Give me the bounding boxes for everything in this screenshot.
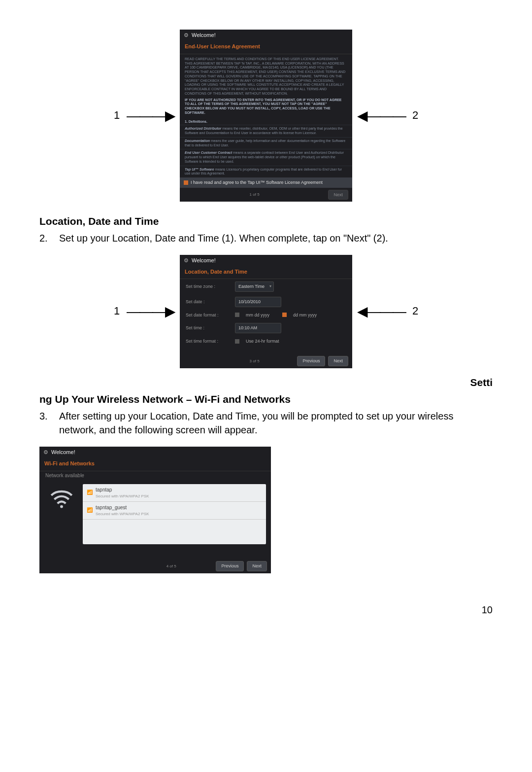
eula-def1: Authorized Distributor means the reselle… (180, 125, 352, 137)
datetime-screen: ⚙ Welcome! Location, Date and Time Set t… (180, 255, 352, 368)
step-3-number: 3. (39, 409, 50, 437)
wifi-item-2-sec: Secured with WPA/WPA2 PSK (96, 511, 149, 517)
row-datefmt: Set date format : mm dd yyyy dd mm yyyy (180, 310, 352, 321)
svg-point-0 (60, 505, 63, 508)
arrow-right-icon: ———▶ (127, 302, 175, 321)
wifi-headline: Wi-Fi and Networks (39, 458, 271, 471)
eula-footer: 1 of 5 Next (180, 188, 352, 202)
eula-next-button[interactable]: Next (328, 190, 348, 200)
gear-icon: ⚙ (184, 32, 189, 39)
step-3-text: After setting up your Location, Date and… (59, 409, 493, 437)
datefmt-label: Set date format : (186, 312, 230, 318)
heading-location-date-time: Location, Date and Time (39, 214, 493, 228)
eula-agree-row[interactable]: I have read and agree to the Tap UI™ Sof… (180, 177, 352, 188)
eula-p1: READ CAREFULLY THE TERMS AND CONDITIONS … (185, 57, 347, 96)
time-input[interactable]: 10:10 AM (235, 323, 281, 333)
dt-footer: 3 of 5 Previous Next (180, 354, 352, 368)
eula-body: READ CAREFULLY THE TERMS AND CONDITIONS … (180, 54, 352, 118)
step-3: 3. After setting up your Location, Date … (39, 409, 493, 437)
dt-next-button[interactable]: Next (328, 356, 348, 366)
wifi-item-1[interactable]: 📶 tapntap Secured with WPA/WPA2 PSK (83, 484, 266, 502)
eula-screen: ⚙ Welcome! End-User License Agreement RE… (180, 30, 352, 202)
agree-checkbox[interactable] (184, 180, 188, 185)
wifi-list: 📶 tapntap Secured with WPA/WPA2 PSK 📶 ta… (83, 484, 266, 544)
tz-label: Set time zone : (186, 283, 230, 290)
datefmt-opt2: dd mm yyyy (293, 312, 317, 318)
wifi-titlebar: ⚙ Welcome! (39, 447, 271, 458)
eula-def4: Tap UI™ Software means Licensor's propri… (180, 166, 352, 178)
callout-left-1b: 1 (112, 304, 122, 319)
heading-wifi-wrap: Setti (39, 378, 493, 392)
datefmt-opt1: mm dd yyyy (246, 312, 269, 318)
gear-icon: ⚙ (184, 257, 189, 264)
wifi-title: Welcome! (51, 449, 75, 456)
date-label: Set date : (186, 299, 230, 305)
row-timefmt: Set time format : Use 24-hr format (180, 336, 352, 354)
datefmt-chk-2[interactable] (282, 313, 287, 317)
arrow-left-icon: ◀——— (357, 106, 405, 125)
wifi-item-2[interactable]: 📶 tapntap_guest Secured with WPA/WPA2 PS… (83, 502, 266, 520)
heading-wifi-part-b: ng Up Your Wireless Network – Wi-Fi and … (39, 392, 493, 406)
timefmt-opt: Use 24-hr format (246, 338, 279, 345)
dt-counter: 3 of 5 (184, 358, 260, 364)
wifi-item-2-name: tapntap_guest (96, 505, 127, 510)
eula-counter: 1 of 5 (184, 192, 260, 197)
eula-headline: End-User License Agreement (180, 41, 352, 54)
eula-titlebar: ⚙ Welcome! (180, 30, 352, 41)
arrow-left-icon: ◀——— (357, 302, 405, 321)
gear-icon: ⚙ (43, 449, 48, 456)
wifi-sub: Network available (39, 471, 271, 482)
wifi-item-1-sec: Secured with WPA/WPA2 PSK (96, 493, 149, 499)
wifi-prev-button[interactable]: Previous (216, 561, 244, 571)
wifi-next-button[interactable]: Next (247, 561, 267, 571)
heading-wifi-part-a: Setti (470, 378, 493, 389)
figure-datetime-row: 1 ———▶ ⚙ Welcome! Location, Date and Tim… (39, 255, 493, 368)
date-input[interactable]: 10/10/2010 (235, 297, 281, 307)
timefmt-label: Set time format : (186, 338, 230, 345)
wifi-signal-icon (44, 484, 79, 544)
timefmt-chk[interactable] (235, 339, 239, 344)
callout-right-2: 2 (410, 108, 420, 123)
row-time: Set time : 10:10 AM (180, 320, 352, 336)
wifi-body: 📶 tapntap Secured with WPA/WPA2 PSK 📶 ta… (39, 482, 271, 559)
dt-titlebar: ⚙ Welcome! (180, 255, 352, 266)
time-label: Set time : (186, 325, 230, 331)
eula-title: Welcome! (192, 32, 216, 39)
dt-headline: Location, Date and Time (180, 266, 352, 279)
agree-label: I have read and agree to the Tap UI™ Sof… (191, 179, 323, 186)
row-date: Set date : 10/10/2010 (180, 294, 352, 310)
arrow-right-icon: ———▶ (127, 106, 175, 125)
callout-left-1: 1 (112, 108, 122, 123)
wifi-footer: 4 of 5 Previous Next (39, 559, 271, 573)
eula-def2: Documentation means the user guide, help… (180, 137, 352, 149)
eula-p2: IF YOU ARE NOT AUTHORIZED TO ENTER INTO … (185, 98, 347, 115)
eula-defs-title: 1. Definitions. (180, 118, 352, 125)
eula-def3: End User Customer Contract means a separ… (180, 149, 352, 165)
row-timezone: Set time zone : Eastern Time (180, 279, 352, 294)
wifi-lock-icon: 📶 (87, 507, 93, 514)
dt-title: Welcome! (192, 257, 216, 264)
dt-prev-button[interactable]: Previous (297, 356, 325, 366)
wifi-item-1-name: tapntap (96, 487, 112, 492)
step-2-number: 2. (39, 231, 50, 245)
step-2: 2. Set up your Location, Date and Time (… (39, 231, 493, 245)
wifi-screen: ⚙ Welcome! Wi-Fi and Networks Network av… (39, 447, 271, 573)
step-2-text: Set up your Location, Date and Time (1).… (59, 231, 493, 245)
wifi-lock-icon: 📶 (87, 489, 93, 496)
figure-eula-row: 1 ———▶ ⚙ Welcome! End-User License Agree… (39, 30, 493, 202)
page-number: 10 (39, 603, 493, 617)
callout-right-2b: 2 (410, 304, 420, 319)
tz-dropdown[interactable]: Eastern Time (235, 281, 274, 292)
datefmt-chk-1[interactable] (235, 313, 239, 317)
wifi-counter: 4 of 5 (43, 563, 176, 569)
figure-wifi-row: ⚙ Welcome! Wi-Fi and Networks Network av… (39, 447, 493, 573)
